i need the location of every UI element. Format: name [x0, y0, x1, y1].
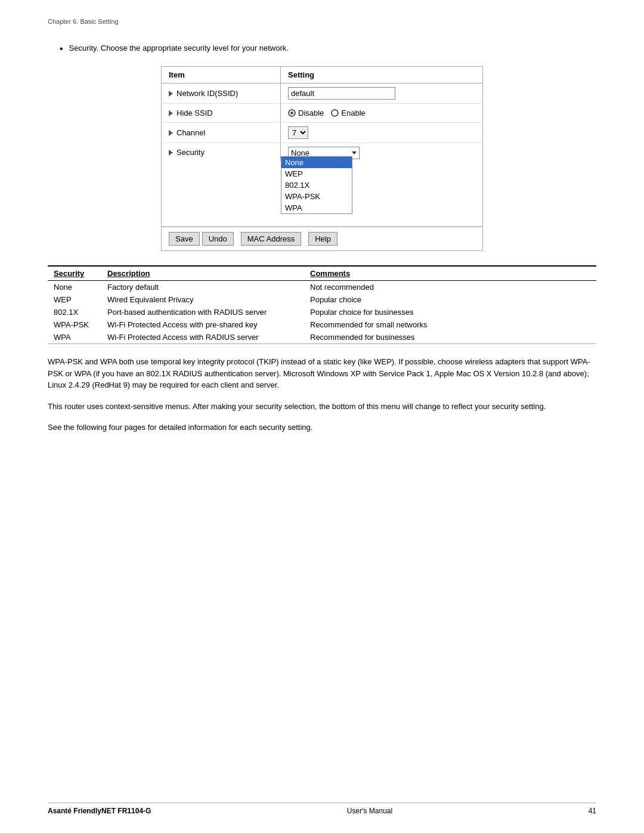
radio-enable-indicator: [331, 109, 339, 117]
table-cell-description: Port-based authentication with RADIUS se…: [101, 306, 304, 318]
channel-select-container: 7: [288, 126, 308, 139]
save-button[interactable]: Save: [169, 232, 200, 246]
channel-label: Channel: [162, 123, 281, 143]
security-setting: None None WEP 802.1X WPA-PSK WPA: [281, 143, 482, 163]
table-row: NoneFactory defaultNot recommended: [48, 281, 596, 294]
table-cell-comments: Recommended for businesses: [304, 331, 596, 344]
security-table: Security Description Comments NoneFactor…: [48, 265, 596, 344]
row-security: Security None None WEP 802.1X WPA-PSK WP…: [162, 143, 482, 227]
table-header-security: Security: [48, 266, 101, 281]
table-cell-security: WPA: [48, 331, 101, 344]
table-row: WEPWired Equivalent PrivacyPopular choic…: [48, 293, 596, 306]
security-label: Security: [162, 143, 281, 160]
radio-disable-indicator: [288, 109, 296, 117]
channel-setting: 7: [281, 123, 482, 143]
arrow-icon-4: [169, 150, 173, 156]
footer-center: User's Manual: [347, 807, 392, 815]
page-footer: Asanté FriendlyNET FR1104-G User's Manua…: [48, 803, 596, 815]
network-id-input[interactable]: [288, 87, 395, 100]
footer-left: Asanté FriendlyNET FR1104-G: [48, 807, 151, 815]
dropdown-item-wep[interactable]: WEP: [281, 168, 352, 179]
table-header-description: Description: [101, 266, 304, 281]
footer-right: 41: [589, 807, 596, 815]
hide-ssid-label: Hide SSID: [162, 104, 281, 122]
table-cell-description: Factory default: [101, 281, 304, 294]
table-cell-description: Wi-Fi Protected Access with pre-shared k…: [101, 318, 304, 331]
dropdown-item-8021x[interactable]: 802.1X: [281, 179, 352, 191]
bullet-section: • Security. Choose the appropriate secur…: [48, 43, 596, 54]
table-cell-security: WPA-PSK: [48, 318, 101, 331]
dropdown-item-wpa[interactable]: WPA: [281, 202, 352, 213]
arrow-icon-2: [169, 110, 173, 116]
bullet-text: Security. Choose the appropriate securit…: [69, 43, 289, 54]
radio-disable-label: Disable: [298, 109, 324, 117]
table-cell-description: Wi-Fi Protected Access with RADIUS serve…: [101, 331, 304, 344]
row-hide-ssid: Hide SSID Disable Enable: [162, 104, 482, 123]
table-row: 802.1XPort-based authentication with RAD…: [48, 306, 596, 318]
table-row: WPA-PSKWi-Fi Protected Access with pre-s…: [48, 318, 596, 331]
table-cell-comments: Popular choice for businesses: [304, 306, 596, 318]
table-cell-comments: Recommended for small networks: [304, 318, 596, 331]
row-network-id: Network ID(SSID): [162, 83, 482, 104]
radio-enable-label: Enable: [341, 109, 365, 117]
dropdown-item-wpapsk[interactable]: WPA-PSK: [281, 191, 352, 202]
table-cell-description: Wired Equivalent Privacy: [101, 293, 304, 306]
table-cell-security: WEP: [48, 293, 101, 306]
network-id-label: Network ID(SSID): [162, 83, 281, 103]
radio-group: Disable Enable: [288, 109, 366, 117]
table-cell-security: 802.1X: [48, 306, 101, 318]
hide-ssid-setting: Disable Enable: [281, 104, 482, 122]
table-header-comments: Comments: [304, 266, 596, 281]
panel-col-item-label: Item: [162, 67, 281, 83]
radio-enable[interactable]: Enable: [331, 109, 365, 117]
body-paragraphs: WPA-PSK and WPA both use temporal key in…: [48, 356, 596, 433]
body-paragraph-1: This router uses context-sensitive menus…: [48, 401, 596, 413]
dropdown-item-none[interactable]: None: [281, 157, 352, 168]
mac-address-button[interactable]: MAC Address: [241, 232, 301, 246]
table-cell-security: None: [48, 281, 101, 294]
security-dropdown-list: None WEP 802.1X WPA-PSK WPA: [281, 156, 352, 214]
bullet-dot: •: [60, 43, 63, 54]
network-id-setting: [281, 83, 482, 103]
buttons-row: Save Undo MAC Address Help: [162, 227, 482, 250]
table-cell-comments: Popular choice: [304, 293, 596, 306]
help-button[interactable]: Help: [308, 232, 338, 246]
panel-col-setting-label: Setting: [281, 67, 482, 83]
channel-select[interactable]: 7: [288, 126, 308, 139]
undo-button[interactable]: Undo: [202, 232, 234, 246]
table-cell-comments: Not recommended: [304, 281, 596, 294]
body-paragraph-2: See the following four pages for detaile…: [48, 422, 596, 433]
radio-disable[interactable]: Disable: [288, 109, 324, 117]
panel-header: Item Setting: [162, 67, 482, 83]
body-paragraph-0: WPA-PSK and WPA both use temporal key in…: [48, 356, 596, 391]
router-panel: Item Setting Network ID(SSID) Hide SSID: [161, 66, 483, 251]
chapter-header: Chapter 6. Basic Setting: [48, 18, 596, 25]
arrow-icon: [169, 91, 173, 97]
arrow-icon-3: [169, 130, 173, 136]
select-arrow-icon: [352, 151, 357, 154]
table-row: WPAWi-Fi Protected Access with RADIUS se…: [48, 331, 596, 344]
row-channel: Channel 7: [162, 123, 482, 143]
